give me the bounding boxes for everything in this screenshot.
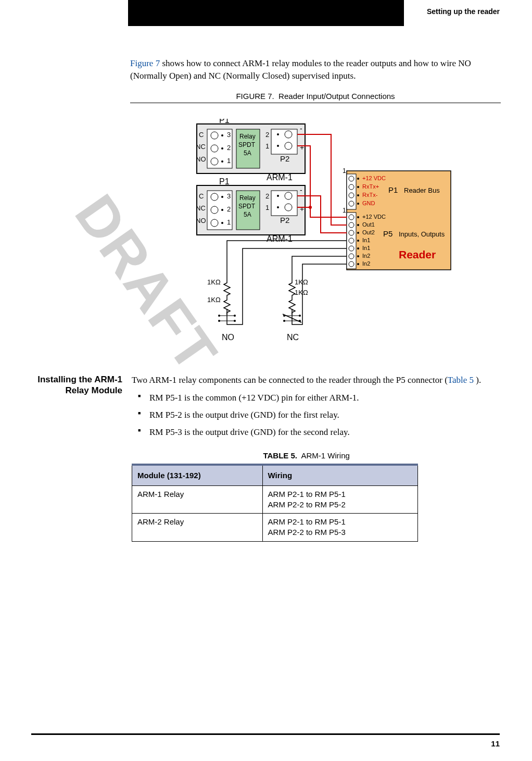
figure-7-diagram: P1 C NC NO 3 2 1 Relay SPDT 5A 2 bbox=[130, 119, 501, 348]
svg-text:In1: In1 bbox=[362, 237, 370, 243]
svg-text:Out1: Out1 bbox=[362, 221, 375, 228]
table-caption: TABLE 5. ARM-1 Wiring bbox=[132, 450, 481, 461]
table-row: ARM-1 Relay ARM P2-1 to RM P5-1ARM P2-2 … bbox=[132, 485, 418, 514]
svg-point-108 bbox=[218, 315, 220, 317]
list-item: RM P5-3 is the output drive (GND) for th… bbox=[138, 426, 481, 439]
svg-point-103 bbox=[309, 206, 312, 209]
svg-point-55 bbox=[285, 204, 292, 211]
svg-text:-: - bbox=[300, 124, 302, 133]
svg-text:Relay: Relay bbox=[239, 133, 256, 140]
svg-text:2: 2 bbox=[227, 144, 231, 152]
svg-text:P2: P2 bbox=[280, 154, 289, 163]
svg-text:ARM-1: ARM-1 bbox=[267, 173, 293, 182]
svg-text:1KΩ: 1KΩ bbox=[295, 278, 308, 286]
svg-point-87 bbox=[349, 246, 354, 251]
svg-point-53 bbox=[285, 192, 292, 199]
svg-text:+12 VDC: +12 VDC bbox=[362, 214, 386, 220]
svg-point-41 bbox=[221, 222, 223, 224]
svg-text:C: C bbox=[199, 131, 204, 139]
wiring-diagram-svg: P1 C NC NO 3 2 1 Relay SPDT 5A 2 bbox=[175, 119, 456, 348]
svg-text:1: 1 bbox=[343, 167, 346, 174]
svg-point-67 bbox=[349, 193, 354, 198]
svg-text:1: 1 bbox=[265, 204, 269, 211]
svg-point-111 bbox=[234, 320, 236, 322]
svg-point-88 bbox=[357, 247, 359, 249]
svg-text:1: 1 bbox=[227, 157, 231, 165]
svg-point-91 bbox=[349, 261, 354, 267]
svg-point-6 bbox=[211, 132, 218, 139]
svg-point-92 bbox=[357, 263, 359, 265]
svg-point-65 bbox=[349, 184, 354, 190]
svg-point-8 bbox=[211, 145, 218, 152]
figure-label: FIGURE 7. bbox=[236, 92, 274, 101]
figure-link[interactable]: Figure 7 bbox=[130, 58, 160, 68]
svg-point-63 bbox=[349, 176, 354, 181]
svg-point-80 bbox=[357, 216, 359, 218]
svg-rect-49 bbox=[271, 191, 297, 216]
svg-text:NC: NC bbox=[196, 204, 206, 212]
svg-point-118 bbox=[283, 320, 285, 322]
svg-text:ARM-1: ARM-1 bbox=[267, 234, 293, 243]
svg-text:5A: 5A bbox=[244, 149, 251, 157]
svg-point-109 bbox=[218, 320, 220, 322]
table-link[interactable]: Table 5 bbox=[448, 375, 474, 385]
svg-text:P5: P5 bbox=[383, 229, 392, 238]
table-label: TABLE 5. bbox=[263, 451, 297, 460]
svg-text:Out2: Out2 bbox=[362, 229, 375, 235]
intro-paragraph: Figure 7 shows how to connect ARM-1 rela… bbox=[130, 57, 501, 82]
col-header-module: Module (131-192) bbox=[132, 465, 263, 485]
svg-text:In1: In1 bbox=[362, 245, 370, 251]
list-item: RM P5-2 is the output drive (GND) for th… bbox=[138, 409, 481, 422]
svg-text:GND: GND bbox=[362, 200, 375, 206]
figure-caption: FIGURE 7. Reader Input/Output Connection… bbox=[130, 92, 501, 103]
svg-point-39 bbox=[221, 209, 223, 211]
svg-point-37 bbox=[221, 196, 223, 198]
svg-point-85 bbox=[349, 238, 354, 243]
svg-point-25 bbox=[285, 142, 292, 149]
svg-point-9 bbox=[221, 147, 223, 149]
svg-text:2: 2 bbox=[227, 205, 231, 213]
svg-text:2: 2 bbox=[265, 192, 269, 200]
svg-text:1: 1 bbox=[265, 142, 269, 150]
svg-text:-: - bbox=[300, 186, 302, 194]
svg-text:1: 1 bbox=[227, 218, 231, 226]
svg-text:5A: 5A bbox=[244, 211, 251, 218]
section-heading: Installing the ARM-1 Relay Module bbox=[31, 374, 122, 542]
table-title: ARM-1 Wiring bbox=[301, 451, 350, 460]
arm1-wiring-table: Module (131-192) Wiring ARM-1 Relay ARM … bbox=[132, 464, 418, 542]
svg-point-10 bbox=[211, 158, 218, 165]
svg-point-66 bbox=[357, 186, 359, 188]
svg-point-82 bbox=[357, 224, 359, 226]
svg-point-7 bbox=[221, 134, 223, 136]
page-footer: 11 bbox=[31, 733, 500, 748]
svg-point-81 bbox=[349, 222, 354, 228]
svg-point-36 bbox=[211, 193, 218, 201]
figure-title: Reader Input/Output Connections bbox=[278, 92, 395, 101]
svg-point-64 bbox=[357, 178, 359, 180]
svg-text:NO: NO bbox=[196, 155, 206, 163]
svg-point-86 bbox=[357, 240, 359, 242]
svg-point-70 bbox=[357, 203, 359, 205]
svg-text:C: C bbox=[199, 192, 204, 200]
svg-point-52 bbox=[277, 195, 279, 197]
svg-text:NC: NC bbox=[287, 333, 299, 342]
svg-point-23 bbox=[285, 131, 292, 138]
svg-point-83 bbox=[349, 230, 354, 235]
svg-text:In2: In2 bbox=[362, 253, 370, 259]
svg-text:P2: P2 bbox=[280, 216, 289, 224]
svg-text:1KΩ: 1KΩ bbox=[207, 278, 221, 286]
svg-text:RxTx+: RxTx+ bbox=[362, 183, 379, 190]
svg-text:+: + bbox=[300, 143, 304, 152]
svg-text:2: 2 bbox=[265, 131, 269, 139]
svg-rect-19 bbox=[271, 129, 297, 154]
svg-point-68 bbox=[357, 194, 359, 196]
svg-text:P1: P1 bbox=[219, 119, 230, 124]
svg-text:SPDT: SPDT bbox=[238, 141, 256, 148]
col-header-wiring: Wiring bbox=[262, 465, 418, 485]
intro-text: shows how to connect ARM-1 relay modules… bbox=[130, 58, 471, 81]
svg-point-11 bbox=[221, 160, 223, 163]
svg-point-22 bbox=[277, 133, 279, 135]
svg-text:1KΩ: 1KΩ bbox=[207, 296, 221, 304]
svg-text:1KΩ: 1KΩ bbox=[295, 289, 308, 296]
svg-point-69 bbox=[349, 201, 354, 206]
